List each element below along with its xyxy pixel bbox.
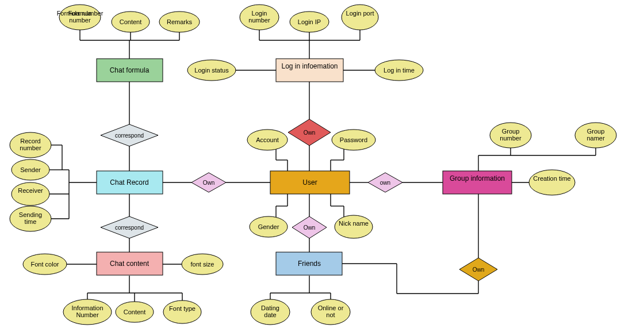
rel-correspond2: correspond bbox=[101, 216, 158, 238]
attr-formula-remarks: Remarks bbox=[159, 12, 200, 32]
attr-info-number-label: Information Number bbox=[67, 304, 108, 318]
rel-correspond1: correspond bbox=[101, 124, 158, 146]
entity-user: User bbox=[270, 171, 350, 194]
attr-font-color: Font color bbox=[23, 254, 67, 275]
entity-chat-record: Chat Record bbox=[97, 171, 163, 194]
attr-login-status-label: Login status bbox=[194, 67, 229, 74]
attr-receiver-label: Receiver bbox=[14, 187, 47, 194]
entity-chat-content: Chat content bbox=[97, 252, 163, 275]
rel-own-group-label: own bbox=[380, 180, 390, 186]
attr-nick-name-label: Nick name bbox=[338, 220, 369, 227]
attr-login-ip-label: Login IP bbox=[298, 18, 321, 25]
attr-gender-label: Gender bbox=[258, 223, 279, 230]
attr-info-number: Information Number bbox=[63, 299, 112, 325]
rel-own-friends-group-label: Own bbox=[473, 267, 485, 273]
entity-friends-label: Friends bbox=[298, 260, 321, 268]
entity-group-info: Group information bbox=[443, 171, 512, 194]
attr-gender: Gender bbox=[250, 216, 288, 237]
attr-sender: Sender bbox=[12, 159, 49, 180]
rel-own-login-label: Own bbox=[304, 130, 316, 136]
attr-font-size-label: font size bbox=[191, 261, 214, 268]
attr-nick-name: Nick name bbox=[335, 215, 373, 238]
attr-account: Account bbox=[247, 130, 288, 150]
er-diagram: Formula number Formula number Content Re… bbox=[0, 0, 644, 335]
entity-chat-content-label: Chat content bbox=[110, 260, 150, 268]
attr-receiver: Receiver bbox=[12, 182, 49, 205]
rel-own-chat: Own bbox=[191, 173, 226, 192]
rel-own-friends-group: Own bbox=[459, 258, 497, 281]
attr-font-type: Font type bbox=[163, 300, 201, 323]
rel-own-friends: Own bbox=[292, 216, 327, 238]
attr-formula-content: Content bbox=[112, 12, 150, 32]
rel-own-login: Own bbox=[288, 119, 331, 146]
attr-online-or-not-label: Online or not bbox=[315, 304, 347, 318]
attr-content-label: Content bbox=[124, 309, 146, 315]
entity-group-info-label: Group information bbox=[444, 174, 511, 182]
attr-password: Password bbox=[332, 130, 375, 150]
attr-group-number: Group number bbox=[490, 123, 531, 148]
attr-record-number: Record number bbox=[10, 132, 51, 158]
attr-login-number: Login number bbox=[240, 5, 279, 30]
entity-chat-formula: Chat formula bbox=[97, 59, 163, 82]
attr-formula-content-label: Content bbox=[120, 18, 142, 25]
attr-sender-label: Sender bbox=[20, 166, 41, 173]
attr-group-namer-label: Group namer bbox=[578, 128, 613, 142]
attr-group-number-label: Group number bbox=[493, 128, 528, 142]
rel-correspond2-label: correspond bbox=[115, 224, 144, 231]
entity-log-in-info: Log in infoemation bbox=[276, 59, 343, 82]
attr-record-number-label: Record number bbox=[13, 138, 48, 151]
rel-own-group: own bbox=[368, 173, 402, 192]
rel-own-friends-label: Own bbox=[304, 224, 316, 231]
entities-group: Chat formula Log in infoemation Chat Rec… bbox=[97, 59, 512, 275]
rel-correspond1-label: correspond bbox=[115, 132, 144, 139]
attr-dating-date: Dating date bbox=[251, 299, 290, 325]
attr-login-ip: Login IP bbox=[290, 12, 329, 32]
attr-login-time: Log in time bbox=[375, 60, 423, 81]
attr-content: Content bbox=[116, 302, 154, 322]
rel-own-chat-label: Own bbox=[203, 180, 215, 186]
attributes-group: Formula number Formula number Content Re… bbox=[10, 5, 616, 325]
entity-chat-record-label: Chat Record bbox=[110, 178, 148, 186]
attr-dating-date-label: Dating date bbox=[254, 304, 286, 318]
attr-login-time-label: Log in time bbox=[384, 67, 415, 74]
entity-friends: Friends bbox=[276, 252, 342, 275]
attr-account-label: Account bbox=[256, 136, 279, 143]
attr-password-label: Password bbox=[340, 136, 367, 143]
attr-formula-number-label2: Formula number bbox=[63, 10, 97, 24]
attr-online-or-not: Online or not bbox=[311, 299, 350, 325]
entity-log-in-info-label: Log in infoemation bbox=[277, 62, 342, 70]
attr-formula-remarks-label: Remarks bbox=[167, 18, 193, 25]
attr-creation-time: Creation time bbox=[529, 170, 575, 195]
attr-sending-time-label: Sending time bbox=[13, 211, 48, 225]
attr-font-type-label: Font type bbox=[167, 305, 198, 312]
attr-creation-time-label: Creation time bbox=[532, 175, 572, 182]
attr-font-size: font size bbox=[182, 254, 223, 275]
attr-sending-time: Sending time bbox=[10, 206, 51, 231]
attr-login-port-label: Login port bbox=[345, 10, 375, 17]
entity-chat-formula-label: Chat formula bbox=[110, 66, 150, 74]
attr-login-port: Login port bbox=[342, 5, 378, 30]
attr-login-number-label: Login number bbox=[243, 10, 275, 24]
attr-formula-number: Formula number Formula number bbox=[57, 5, 103, 30]
attr-group-namer: Group namer bbox=[575, 123, 616, 148]
entity-user-label: User bbox=[302, 178, 317, 186]
attr-font-color-label: Font color bbox=[31, 261, 59, 268]
attr-login-status: Login status bbox=[187, 60, 236, 81]
